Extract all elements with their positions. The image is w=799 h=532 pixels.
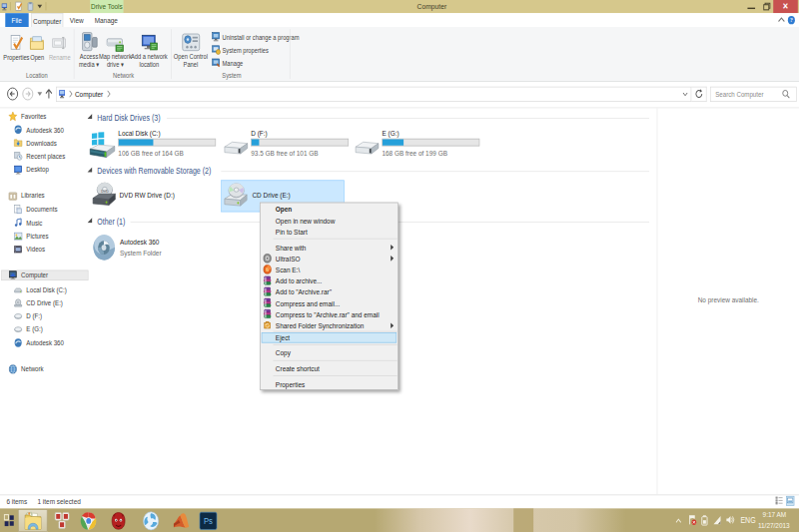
svg-text:DVD: DVD	[101, 189, 109, 193]
svg-text:?: ?	[790, 17, 793, 23]
